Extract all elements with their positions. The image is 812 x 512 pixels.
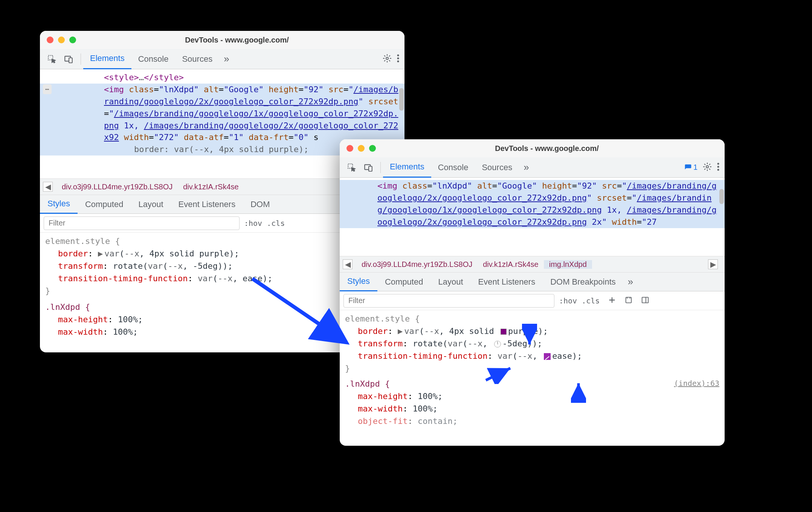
svg-point-6 bbox=[397, 60, 399, 62]
dom-img-node[interactable]: <img class="lnXdpd" alt="Google" height=… bbox=[340, 180, 725, 228]
subtab-computed[interactable]: Computed bbox=[78, 195, 131, 214]
issues-badge[interactable]: 1 bbox=[684, 163, 698, 172]
settings-icon[interactable] bbox=[383, 54, 392, 64]
ttf-declaration[interactable]: transition-timing-function: var(--x, eas… bbox=[345, 350, 719, 362]
tab-console[interactable]: Console bbox=[131, 49, 176, 69]
minimize-window-button[interactable] bbox=[58, 37, 65, 43]
tab-console[interactable]: Console bbox=[431, 157, 475, 178]
dom-style-node[interactable]: <style>…</style> bbox=[40, 72, 404, 84]
svg-rect-14 bbox=[626, 297, 632, 303]
element-style-selector[interactable]: element.style { bbox=[345, 312, 719, 325]
crumb-3[interactable]: img.lnXdpd bbox=[544, 260, 592, 269]
subtab-layout[interactable]: Layout bbox=[131, 195, 171, 214]
object-fit-declaration[interactable]: object-fit: contain; bbox=[345, 415, 719, 427]
crumb-2[interactable]: div.k1zIA.rSk4se bbox=[478, 260, 543, 269]
crumb-1[interactable]: div.o3j99.LLD4me.yr19Zb.LS8OJ bbox=[56, 183, 178, 191]
inspect-element-icon[interactable] bbox=[345, 161, 359, 174]
close-window-button[interactable] bbox=[47, 37, 53, 43]
crumb-scroll-left-icon[interactable]: ◀ bbox=[43, 182, 53, 192]
more-subtabs-icon[interactable]: » bbox=[623, 276, 638, 288]
svg-point-11 bbox=[717, 163, 719, 165]
cls-toggle[interactable]: .cls bbox=[267, 219, 285, 228]
vertical-scrollbar[interactable] bbox=[399, 88, 404, 111]
expand-shorthand-icon[interactable]: ▶ bbox=[398, 326, 403, 336]
max-width-declaration[interactable]: max-width: 100%; bbox=[345, 402, 719, 415]
hov-toggle[interactable]: :hov bbox=[559, 296, 577, 305]
subtab-dom-breakpoints[interactable]: DOM Breakpoints bbox=[543, 273, 623, 291]
svg-point-3 bbox=[386, 57, 388, 59]
tab-elements[interactable]: Elements bbox=[83, 49, 131, 69]
inspect-element-icon[interactable] bbox=[45, 52, 59, 66]
breadcrumbs: ◀ div.o3j99.LLD4me.yr19Zb.LS8OJ div.k1zI… bbox=[340, 256, 725, 273]
zoom-window-button[interactable] bbox=[369, 145, 376, 152]
svg-point-10 bbox=[706, 166, 708, 168]
subtab-event-listeners[interactable]: Event Listeners bbox=[171, 195, 243, 214]
crumb-2[interactable]: div.k1zIA.rSk4se bbox=[178, 183, 244, 191]
vertical-scrollbar[interactable] bbox=[719, 189, 724, 204]
more-options-icon[interactable] bbox=[397, 54, 399, 64]
toggle-sidebar-icon[interactable] bbox=[641, 296, 651, 306]
svg-point-12 bbox=[717, 166, 719, 168]
computed-styles-icon[interactable] bbox=[624, 296, 634, 306]
new-style-rule-icon[interactable] bbox=[608, 296, 618, 306]
tab-sources[interactable]: Sources bbox=[475, 157, 519, 178]
expand-shorthand-icon[interactable]: ▶ bbox=[98, 249, 103, 258]
color-swatch-icon[interactable] bbox=[501, 329, 507, 335]
close-window-button[interactable] bbox=[346, 145, 353, 152]
hov-toggle[interactable]: :hov bbox=[244, 219, 262, 228]
svg-rect-9 bbox=[369, 166, 372, 171]
titlebar: DevTools - www.google.com/ bbox=[40, 31, 404, 49]
bezier-swatch-icon[interactable] bbox=[544, 353, 551, 360]
main-toolbar: Elements Console Sources » bbox=[40, 49, 404, 69]
main-toolbar: Elements Console Sources » 1 bbox=[340, 157, 725, 178]
device-toggle-icon[interactable] bbox=[62, 52, 75, 66]
transform-declaration[interactable]: transform: rotate(var(--x, -5deg)); bbox=[345, 337, 719, 350]
max-height-declaration[interactable]: max-height: 100%; bbox=[345, 390, 719, 402]
subtab-styles[interactable]: Styles bbox=[340, 273, 377, 291]
settings-icon[interactable] bbox=[703, 162, 712, 173]
dom-img-node[interactable]: <img class="lnXdpd" alt="Google" height=… bbox=[40, 84, 404, 143]
traffic-lights bbox=[346, 145, 376, 152]
window-title: DevTools - www.google.com/ bbox=[76, 36, 398, 44]
titlebar: DevTools - www.google.com/ bbox=[340, 139, 725, 157]
panel-tabs: Elements Console Sources » bbox=[83, 49, 383, 69]
more-options-icon[interactable] bbox=[717, 163, 719, 172]
subtab-styles[interactable]: Styles bbox=[40, 195, 78, 214]
styles-filter-input[interactable] bbox=[343, 294, 554, 308]
styles-filter-input[interactable] bbox=[44, 216, 240, 230]
crumb-1[interactable]: div.o3j99.LLD4me.yr19Zb.LS8OJ bbox=[356, 260, 478, 269]
styles-rules[interactable]: element.style { border: ▶var(--x, 4px so… bbox=[340, 310, 725, 430]
subtab-dom-breakpoints[interactable]: DOM bbox=[243, 195, 277, 214]
angle-swatch-icon[interactable] bbox=[494, 341, 501, 347]
device-toggle-icon[interactable] bbox=[362, 161, 375, 174]
dom-ellipsis-icon[interactable]: ⋯ bbox=[43, 84, 52, 94]
devtools-window-2: DevTools - www.google.com/ Elements Cons… bbox=[340, 139, 725, 446]
source-link[interactable]: (index):63 bbox=[674, 378, 719, 389]
zoom-window-button[interactable] bbox=[69, 37, 76, 43]
more-tabs-icon[interactable]: » bbox=[219, 53, 234, 65]
lnxdpd-rule-header[interactable]: (index):63.lnXdpd { bbox=[345, 378, 719, 390]
crumb-scroll-left-icon[interactable]: ◀ bbox=[343, 259, 353, 269]
minimize-window-button[interactable] bbox=[358, 145, 365, 152]
styles-subpanel-tabs: Styles Computed Layout Event Listeners D… bbox=[340, 273, 725, 291]
svg-point-5 bbox=[397, 57, 399, 59]
svg-rect-2 bbox=[69, 58, 72, 62]
panel-tabs: Elements Console Sources » bbox=[383, 157, 684, 178]
crumb-scroll-right-icon[interactable]: ▶ bbox=[708, 259, 718, 269]
border-declaration[interactable]: border: ▶var(--x, 4px solid purple); bbox=[345, 325, 719, 337]
more-tabs-icon[interactable]: » bbox=[519, 162, 533, 173]
tab-elements[interactable]: Elements bbox=[383, 157, 431, 178]
traffic-lights bbox=[47, 37, 76, 43]
cls-toggle[interactable]: .cls bbox=[582, 296, 600, 305]
svg-rect-15 bbox=[642, 297, 649, 303]
tab-sources[interactable]: Sources bbox=[175, 49, 219, 69]
rule-close: } bbox=[345, 362, 719, 375]
styles-filter-row: :hov .cls bbox=[340, 291, 725, 310]
subtab-computed[interactable]: Computed bbox=[377, 273, 431, 291]
subtab-event-listeners[interactable]: Event Listeners bbox=[471, 273, 543, 291]
subtab-layout[interactable]: Layout bbox=[430, 273, 470, 291]
window-title: DevTools - www.google.com/ bbox=[376, 144, 718, 153]
svg-point-4 bbox=[397, 54, 399, 56]
dom-tree[interactable]: <img class="lnXdpd" alt="Google" height=… bbox=[340, 178, 725, 256]
svg-point-13 bbox=[717, 169, 719, 171]
